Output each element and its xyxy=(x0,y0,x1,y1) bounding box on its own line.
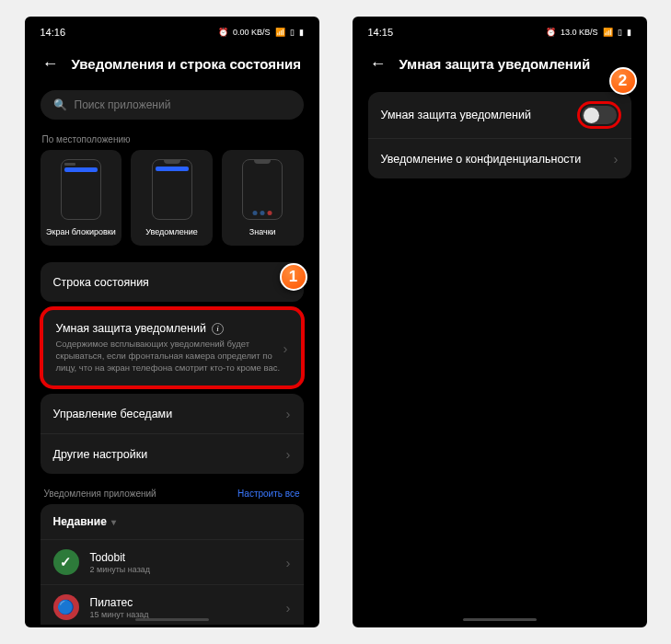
tile-preview xyxy=(61,159,101,220)
app-row[interactable]: ✓Todobit2 минуты назад› xyxy=(40,539,304,584)
row-title: Умная защита уведомлений i xyxy=(56,322,283,335)
chevron-down-icon: ▾ xyxy=(111,517,116,527)
clock: 14:15 xyxy=(368,27,394,38)
callout-badge-1: 1 xyxy=(280,263,307,291)
settings-group-1: Строка состояния › xyxy=(40,262,304,302)
tile-lockscreen[interactable]: Экран блокировки xyxy=(40,150,122,246)
app-name: Todobit xyxy=(90,551,275,564)
settings-group: Умная защита уведомлений Уведомление о к… xyxy=(368,92,631,178)
alarm-icon: ⏰ xyxy=(218,28,228,37)
screenshot-left: 1 14:16 ⏰ 0.00 KB/S 📶 ▯ ▮ ← Уведомления … xyxy=(25,17,319,627)
app-notifications-header: Уведомления приложений Настроить все xyxy=(28,479,317,504)
alarm-icon: ⏰ xyxy=(546,28,556,37)
row-description: Содержимое всплывающих уведомлений будет… xyxy=(56,339,283,374)
search-placeholder: Поиск приложений xyxy=(75,98,171,111)
app-icon: ✓ xyxy=(53,549,79,575)
tile-icons[interactable]: Значки xyxy=(222,150,304,246)
row-smart-protection[interactable]: Умная защита уведомлений i Содержимое вс… xyxy=(40,307,304,388)
info-icon[interactable]: i xyxy=(212,323,224,335)
row-title: Строка состояния xyxy=(53,276,286,289)
page-header: ← Умная защита уведомлений xyxy=(355,45,644,86)
status-icons: ⏰ 0.00 KB/S 📶 ▯ ▮ xyxy=(218,28,304,37)
app-row[interactable]: 🔵Пилатес15 минут назад› xyxy=(40,584,304,627)
screenshot-right: 2 14:15 ⏰ 13.0 KB/S 📶 ▯ ▮ ← Умная защита… xyxy=(353,17,647,627)
row-privacy-notice[interactable]: Уведомление о конфиденциальности › xyxy=(368,138,631,178)
row-conversations[interactable]: Управление беседами › xyxy=(40,394,304,433)
page-header: ← Уведомления и строка состояния xyxy=(28,45,317,86)
section-label: Уведомления приложений xyxy=(44,489,156,499)
wifi-icon: ▯ xyxy=(290,28,295,37)
location-tiles: Экран блокировки Уведомление Значки xyxy=(28,150,317,257)
recent-header[interactable]: Недавние ▾ xyxy=(40,504,304,539)
back-icon[interactable]: ← xyxy=(42,54,59,74)
home-indicator[interactable] xyxy=(135,618,209,621)
search-icon: 🔍 xyxy=(53,98,67,111)
app-icon: 🔵 xyxy=(53,594,79,620)
chevron-right-icon: › xyxy=(286,555,291,570)
tile-label: Уведомление xyxy=(145,227,197,236)
row-title: Управление беседами xyxy=(53,408,286,420)
home-indicator[interactable] xyxy=(463,618,537,621)
tile-preview xyxy=(242,159,283,220)
row-title: Уведомление о конфиденциальности xyxy=(381,153,614,166)
row-title: Умная защита уведомлений xyxy=(381,109,580,121)
search-input[interactable]: 🔍 Поиск приложений xyxy=(40,90,304,120)
wifi-icon: ▯ xyxy=(618,28,622,37)
app-name: Пилатес xyxy=(90,596,275,609)
row-other-settings[interactable]: Другие настройки › xyxy=(40,433,304,474)
row-statusbar[interactable]: Строка состояния › xyxy=(40,262,304,302)
tile-label: Значки xyxy=(249,227,276,236)
battery-icon: ▮ xyxy=(627,28,631,37)
tile-notification[interactable]: Уведомление xyxy=(131,150,213,246)
page-title: Уведомления и строка состояния xyxy=(72,56,302,72)
network-speed: 13.0 KB/S xyxy=(561,28,598,37)
recent-label: Недавние xyxy=(53,515,107,528)
app-time: 2 минуты назад xyxy=(90,565,275,574)
battery-icon: ▮ xyxy=(299,28,304,37)
section-label-location: По местоположению xyxy=(28,132,317,150)
toggle-knob xyxy=(584,108,599,123)
page-title: Умная защита уведомлений xyxy=(399,56,591,72)
chevron-right-icon: › xyxy=(283,340,288,356)
configure-all-link[interactable]: Настроить все xyxy=(237,489,299,499)
clock: 14:16 xyxy=(40,27,66,38)
tile-label: Экран блокировки xyxy=(46,227,116,236)
settings-group-2: Управление беседами › Другие настройки › xyxy=(40,394,304,474)
row-title: Другие настройки xyxy=(53,448,286,461)
status-bar: 14:15 ⏰ 13.0 KB/S 📶 ▯ ▮ xyxy=(355,19,644,45)
toggle-highlight xyxy=(580,104,619,126)
network-speed: 0.00 KB/S xyxy=(233,28,271,37)
signal-icon: 📶 xyxy=(603,28,613,37)
toggle-switch[interactable] xyxy=(582,106,617,124)
chevron-right-icon: › xyxy=(286,406,291,421)
chevron-right-icon: › xyxy=(614,151,619,167)
status-icons: ⏰ 13.0 KB/S 📶 ▯ ▮ xyxy=(546,28,631,37)
chevron-right-icon: › xyxy=(286,600,291,615)
callout-badge-2: 2 xyxy=(609,67,637,95)
signal-icon: 📶 xyxy=(275,28,285,37)
row-smart-toggle[interactable]: Умная защита уведомлений xyxy=(368,92,631,138)
back-icon[interactable]: ← xyxy=(370,54,387,74)
chevron-right-icon: › xyxy=(286,446,291,462)
tile-preview xyxy=(152,159,192,220)
status-bar: 14:16 ⏰ 0.00 KB/S 📶 ▯ ▮ xyxy=(28,19,317,45)
